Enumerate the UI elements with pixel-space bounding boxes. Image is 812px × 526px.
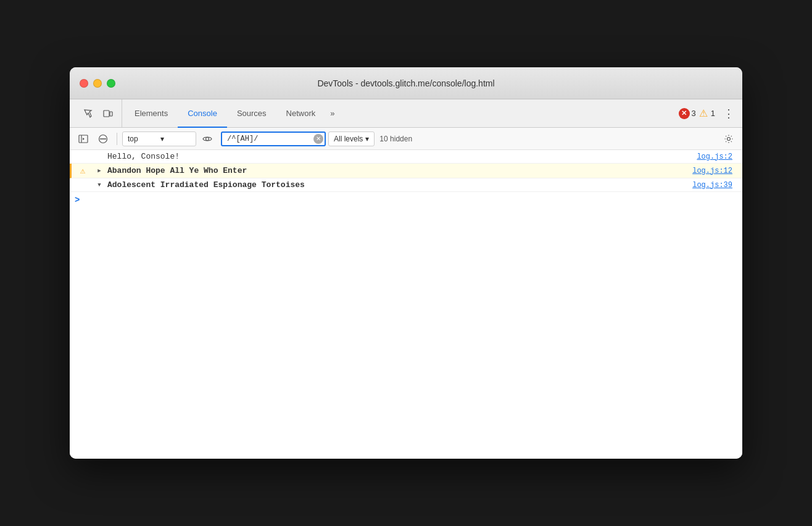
devtools-menu-button[interactable]: ⋮	[720, 105, 737, 122]
console-settings-button[interactable]	[720, 130, 737, 148]
inspect-element-button[interactable]	[80, 105, 97, 122]
window-title: DevTools - devtools.glitch.me/console/lo…	[317, 78, 494, 88]
svg-rect-0	[104, 111, 109, 117]
row-expand-icon[interactable]: ▼	[94, 182, 105, 188]
warn-triangle-icon: ⚠	[80, 165, 85, 176]
svg-point-7	[206, 137, 209, 140]
tab-sources[interactable]: Sources	[227, 99, 276, 128]
console-toolbar: top ▾ ✕ All levels ▾ 10 hidden	[70, 128, 742, 150]
toolbar-divider	[117, 133, 117, 145]
filter-input[interactable]	[221, 132, 326, 146]
filter-clear-button[interactable]: ✕	[313, 134, 323, 144]
context-selector[interactable]: top ▾	[122, 132, 196, 146]
eye-button[interactable]	[199, 130, 216, 148]
clear-console-button[interactable]	[94, 130, 112, 148]
titlebar: DevTools - devtools.glitch.me/console/lo…	[70, 67, 742, 99]
close-button[interactable]	[80, 79, 88, 88]
tab-network[interactable]: Network	[276, 99, 326, 128]
console-content: Hello, Console! log.js:2 ⚠ ▶ Abandon Hop…	[70, 150, 742, 459]
console-row: Hello, Console! log.js:2	[70, 150, 742, 164]
tabs-bar: Elements Console Sources Network » ✕ 3 ⚠…	[70, 99, 742, 128]
hidden-count: 10 hidden	[379, 135, 412, 143]
svg-rect-1	[110, 112, 112, 116]
filter-input-wrap: ✕	[221, 132, 326, 146]
tab-console[interactable]: Console	[178, 99, 227, 128]
devtools-window: DevTools - devtools.glitch.me/console/lo…	[70, 67, 742, 459]
row-text: Adolescent Irradiated Espionage Tortoise…	[105, 180, 692, 190]
row-text: Abandon Hope All Ye Who Enter	[105, 166, 692, 175]
warning-row-icon: ⚠	[72, 165, 94, 176]
device-toolbar-button[interactable]	[99, 105, 117, 122]
row-expand-icon[interactable]: ▶	[94, 167, 105, 174]
warning-icon: ⚠	[698, 108, 709, 119]
warning-count: 1	[711, 109, 715, 118]
more-tabs-button[interactable]: »	[325, 99, 339, 127]
svg-point-8	[727, 137, 731, 140]
console-prompt-row: >	[70, 192, 742, 208]
sidebar-toggle-button[interactable]	[75, 130, 92, 148]
tab-icon-buttons	[75, 99, 122, 127]
error-icon: ✕	[679, 108, 690, 119]
error-badge[interactable]: ✕ 3 ⚠ 1	[679, 108, 715, 119]
tab-elements[interactable]: Elements	[125, 99, 178, 128]
traffic-lights	[80, 79, 115, 88]
row-source[interactable]: log.js:12	[692, 167, 742, 175]
minimize-button[interactable]	[93, 79, 102, 88]
console-row: ▼ Adolescent Irradiated Espionage Tortoi…	[70, 178, 742, 192]
log-levels-selector[interactable]: All levels ▾	[328, 132, 375, 146]
error-count: 3	[692, 109, 696, 118]
row-source[interactable]: log.js:2	[697, 152, 742, 161]
row-text: Hello, Console!	[105, 152, 697, 161]
maximize-button[interactable]	[107, 79, 115, 88]
console-input-area[interactable]	[82, 194, 742, 206]
prompt-arrow: >	[75, 195, 80, 205]
tab-right-controls: ✕ 3 ⚠ 1 ⋮	[679, 99, 737, 127]
console-row: ⚠ ▶ Abandon Hope All Ye Who Enter log.js…	[70, 164, 742, 178]
svg-marker-4	[83, 138, 85, 140]
row-source[interactable]: log.js:39	[692, 181, 742, 190]
